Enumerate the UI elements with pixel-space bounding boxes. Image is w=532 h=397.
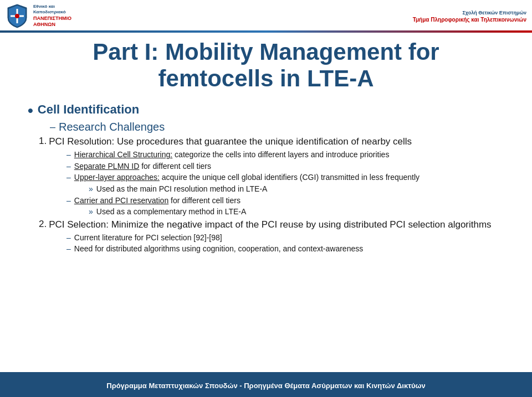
footer-text: Πρόγραμμα Μεταπτυχιακών Σπουδών - Προηγμ… (106, 381, 426, 390)
arrow-1d1: » (89, 207, 93, 218)
header-bar: Εθνικό και Καποδιστριακό ΠΑΝΕΠΙΣΤΗΜΙΟ ΑΘ… (0, 0, 532, 32)
cell-identification-label: Cell Identification (38, 102, 139, 117)
sub-item2b: – Need for distributed algorithms using … (66, 244, 504, 255)
dash-1a: – (66, 149, 71, 161)
sub-sub-1d1-text: Used as a complementary method in LTE-A (96, 207, 247, 218)
item2-pci-selection: 2. PCI Selection: Minimize the negative … (39, 219, 504, 231)
sub-item1a-text: Hierarchical Cell Structuring: categoriz… (74, 149, 390, 161)
sub-bullet-research: – Research Challenges (50, 121, 504, 133)
sub-item1d: – Carrier and PCI reservation for differ… (66, 195, 504, 207)
sub-item1a: – Hierarchical Cell Structuring: categor… (66, 149, 504, 161)
item1-text: PCI Resolution: Use procedures that guar… (49, 136, 412, 148)
bullet-dot: • (28, 102, 33, 120)
header-logo-text: Εθνικό και Καποδιστριακό ΠΑΝΕΠΙΣΤΗΜΙΟ ΑΘ… (33, 3, 83, 29)
sub-sub-1c1-text: Used as the main PCI resolution method i… (96, 184, 268, 195)
item1-number: 1. (39, 136, 47, 147)
header-right: Σχολή Θετικών Επιστημών Τμήμα Πληροφορικ… (413, 10, 526, 23)
sub-item1c-text: Upper-layer approaches: acquire the uniq… (74, 172, 420, 183)
sub-sub-item1d1: » Used as a complementary method in LTE-… (89, 207, 504, 218)
dash-2a: – (66, 233, 71, 244)
title-section: Part I: Mobility Management for femtocel… (0, 30, 532, 98)
item2-text: PCI Selection: Minimize the negative imp… (49, 219, 491, 231)
slide-container: Εθνικό και Καποδιστριακό ΠΑΝΕΠΙΣΤΗΜΙΟ ΑΘ… (0, 0, 532, 397)
content-area: • Cell Identification – Research Challen… (17, 102, 515, 364)
sub-sub-item1c1: » Used as the main PCI resolution method… (89, 184, 504, 195)
sub-item1c: – Upper-layer approaches: acquire the un… (66, 172, 504, 183)
main-bullet-cell-id: • Cell Identification (28, 102, 504, 120)
item1-pci-resolution: 1. PCI Resolution: Use procedures that g… (39, 136, 504, 148)
sub-item2b-text: Need for distributed algorithms using co… (74, 244, 363, 255)
dash-2b: – (66, 244, 71, 255)
sub-item2a: – Current literature for PCI selection [… (66, 233, 504, 244)
sub-item1b-text: Separate PLMN ID for different cell tier… (74, 161, 211, 172)
sub-item1b: – Separate PLMN ID for different cell ti… (66, 161, 504, 172)
dash-1c: – (66, 172, 71, 183)
footer-bar: Πρόγραμμα Μεταπτυχιακών Σπουδών - Προηγμ… (0, 374, 532, 397)
sub-item2a-text: Current literature for PCI selection [92… (74, 233, 222, 244)
dash-1b: – (66, 161, 71, 172)
dash-1d: – (66, 195, 71, 207)
left-logo-icon (6, 3, 29, 29)
dash-icon: – (50, 121, 55, 133)
sub-item1d-text: Carrier and PCI reservation for differen… (74, 195, 241, 207)
arrow-1c1: » (89, 184, 93, 195)
slide-title: Part I: Mobility Management for femtocel… (22, 39, 510, 92)
item2-number: 2. (39, 219, 47, 230)
research-challenges-label: Research Challenges (59, 121, 165, 133)
header-left: Εθνικό και Καποδιστριακό ΠΑΝΕΠΙΣΤΗΜΙΟ ΑΘ… (6, 3, 83, 29)
svg-point-2 (15, 14, 19, 18)
